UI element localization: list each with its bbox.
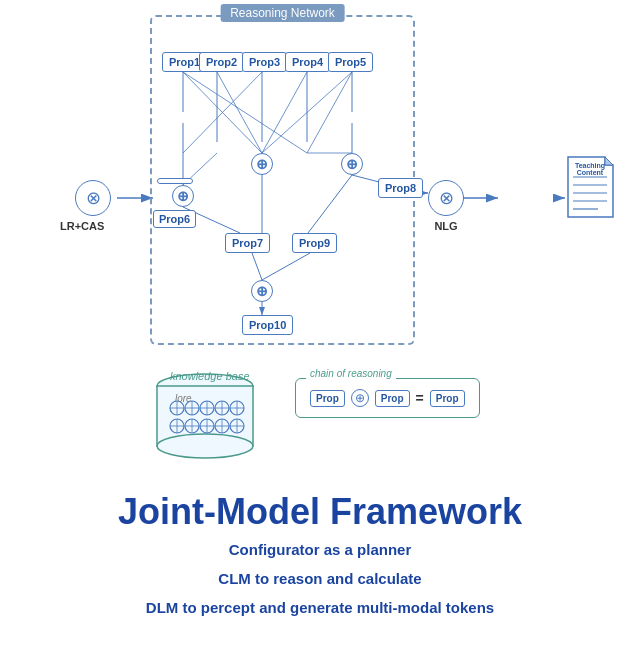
- lore-label: lore: [175, 393, 192, 404]
- chain-content: Prop ⊕ Prop = Prop: [310, 389, 465, 407]
- prop4-box: Prop4: [285, 52, 330, 72]
- oplus-bottom: ⊕: [251, 280, 273, 302]
- chain-prop2: Prop: [375, 390, 410, 407]
- svg-point-42: [157, 434, 253, 458]
- prop9-box: Prop9: [292, 233, 337, 253]
- oplus-center: ⊕: [251, 153, 273, 175]
- prop7-box: Prop7: [225, 233, 270, 253]
- subtitle-1: Configurator as a planner: [0, 538, 640, 562]
- prop6-box: Prop6: [153, 210, 196, 228]
- prop10-box: Prop10: [242, 315, 293, 335]
- knowledge-base-section: [150, 368, 260, 467]
- prop2-box: Prop2: [199, 52, 244, 72]
- teaching-content-icon: Teaching Content: [563, 155, 618, 224]
- prop5-box: Prop5: [328, 52, 373, 72]
- prop6-label: [157, 178, 193, 184]
- lrcas-label: LR+CAS: [60, 220, 104, 232]
- subtitle-3: DLM to percept and generate multi-modal …: [0, 596, 640, 620]
- chain-prop3: Prop: [430, 390, 465, 407]
- kb-label: knowledge base: [170, 370, 250, 382]
- chain-equals: =: [416, 390, 424, 406]
- subtitle-2: CLM to reason and calculate: [0, 567, 640, 591]
- nlg-label: NLG: [428, 220, 464, 232]
- prop3-box: Prop3: [242, 52, 287, 72]
- main-title: Joint-Model Framework: [0, 490, 640, 533]
- reasoning-network-label: Reasoning Network: [220, 4, 345, 22]
- chain-oplus: ⊕: [351, 389, 369, 407]
- chain-of-reasoning-box: chain of reasoning Prop ⊕ Prop = Prop: [295, 378, 480, 418]
- oplus-right: ⊕: [341, 153, 363, 175]
- prop8-box: Prop8: [378, 178, 423, 198]
- chain-label: chain of reasoning: [306, 368, 396, 379]
- svg-marker-32: [605, 157, 613, 165]
- lrcas-circle: ⊗: [75, 180, 111, 216]
- chain-prop1: Prop: [310, 390, 345, 407]
- svg-text:Content: Content: [577, 169, 604, 176]
- oplus-prop6: ⊕: [172, 185, 194, 207]
- nlg-circle: ⊗: [428, 180, 464, 216]
- bottom-section: Joint-Model Framework Configurator as a …: [0, 490, 640, 620]
